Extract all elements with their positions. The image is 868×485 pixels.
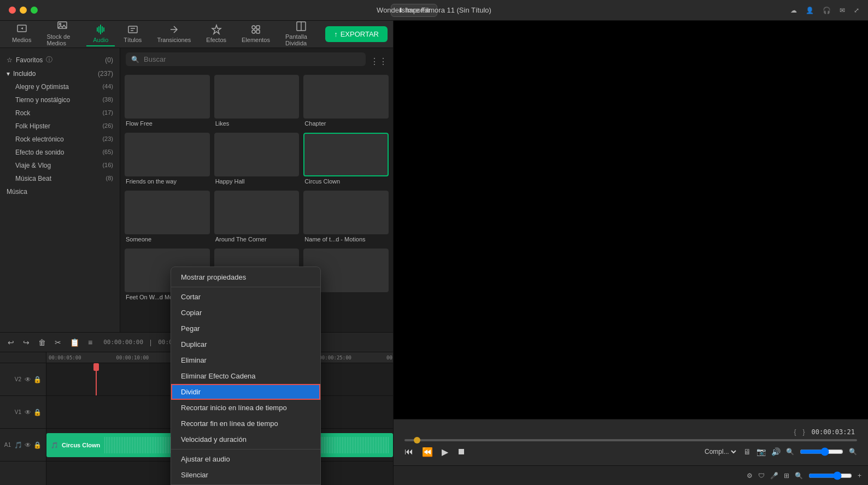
cloud-icon[interactable]: ☁	[790, 7, 797, 14]
zoom-slider[interactable]	[800, 447, 843, 456]
sidebar-item-efecto-de-sonido[interactable]: Efecto de sonido(65)	[0, 146, 120, 159]
list-icon[interactable]: ≡	[86, 337, 95, 348]
grid-item-6[interactable]: Someone	[125, 191, 210, 244]
grid-item-label-0: Flow Free	[125, 119, 210, 128]
track-label-v1: V1 👁 🔒	[0, 396, 46, 429]
ctx-eliminar-efecto[interactable]: Eliminar Efecto Cadena	[171, 368, 320, 384]
expand-icon[interactable]: ⤢	[854, 7, 859, 14]
main-layout: Medios Stock de Medios Audio Títulos Tra…	[0, 21, 868, 485]
user-icon[interactable]: 👤	[806, 7, 814, 14]
grid-item-2[interactable]: Chapter	[303, 75, 389, 128]
music-icon[interactable]: 🎵	[14, 441, 22, 449]
bracket-right-icon: }	[803, 428, 805, 436]
ctx-recortar-inicio[interactable]: Recortar inicio en línea de tiempo	[171, 400, 320, 416]
sidebar-item-música-beat[interactable]: Música Beat(8)	[0, 172, 120, 185]
zoom-minus-tl[interactable]: 🔍	[795, 472, 803, 480]
toolbar-titulos[interactable]: Títulos	[117, 22, 148, 46]
playback-controls: ⏮ ⏪ ▶ ⏹	[404, 447, 466, 457]
mail-icon[interactable]: ✉	[840, 7, 845, 14]
shield-icon[interactable]: 🛡	[758, 472, 765, 480]
grid-item-5[interactable]: Circus Clown	[303, 133, 389, 186]
cut-icon[interactable]: ✂	[52, 337, 63, 348]
toolbar-pantalla[interactable]: Pantalla Dividida	[279, 19, 323, 50]
toolbar-audio[interactable]: Audio	[86, 22, 115, 46]
skip-back-icon[interactable]: ⏮	[404, 447, 413, 457]
ctx-ajustar-audio[interactable]: Ajustar el audio	[171, 451, 320, 467]
sidebar-musica: Música	[0, 185, 120, 198]
clip-label: Circus Clown	[62, 442, 100, 448]
ctx-dividir[interactable]: Dividir	[171, 384, 320, 400]
grid-item-label-7: Around The Corner	[214, 234, 300, 244]
camera-icon[interactable]: 📷	[756, 447, 766, 456]
thumb-3	[125, 133, 210, 176]
ctx-recortar-fin[interactable]: Recortar fin en línea de tiempo	[171, 416, 320, 431]
sidebar-item-rock[interactable]: Rock(17)	[0, 107, 120, 120]
sidebar-item-folk-hipster[interactable]: Folk Hipster(26)	[0, 120, 120, 133]
time-display: 00:00:03:21	[812, 428, 855, 436]
copy-icon[interactable]: 📋	[68, 337, 81, 348]
sidebar-favorites[interactable]: ☆ Favoritos ⓘ (0)	[0, 52, 120, 67]
minimize-button[interactable]	[20, 7, 27, 14]
svg-rect-6	[256, 26, 260, 29]
play-icon[interactable]: ▶	[442, 447, 448, 457]
tl-zoom-slider[interactable]	[808, 471, 852, 480]
grid-item-8[interactable]: Name of t...d - Motions	[303, 191, 389, 244]
step-back-icon[interactable]: ⏪	[422, 447, 433, 457]
lock-icon-a1[interactable]: 🔒	[33, 441, 42, 449]
preview-slider[interactable]	[404, 439, 857, 441]
grid-item-4[interactable]: Happy Hall	[214, 133, 300, 186]
grid-options-icon[interactable]: ⋮⋮	[370, 56, 388, 67]
track-labels: V2 👁 🔒 V1 👁 🔒 A1	[0, 352, 46, 485]
sidebar-item-tierno-y-nostálgico[interactable]: Tierno y nostálgico(38)	[0, 93, 120, 107]
close-button[interactable]	[9, 7, 16, 14]
zoom-out-icon[interactable]: 🔍	[786, 448, 794, 456]
ctx-duplicar[interactable]: Duplicar	[171, 336, 320, 352]
toolbar-efectos[interactable]: Efectos	[200, 22, 233, 46]
sidebar-included[interactable]: ▾ Incluido (237)	[0, 67, 120, 80]
app-title: Wondershare Filmora 11 (Sin Título)	[377, 6, 491, 14]
grid-item-1[interactable]: Likes	[214, 75, 300, 128]
ctx-eliminar[interactable]: Eliminar	[171, 352, 320, 368]
sidebar-item-rock-electrónico[interactable]: Rock electrónico(23)	[0, 133, 120, 146]
ctx-pegar[interactable]: Pegar	[171, 321, 320, 336]
ctx-copiar[interactable]: Copiar	[171, 305, 320, 321]
redo-icon[interactable]: ↪	[21, 337, 32, 348]
export-button[interactable]: ↑ EXPORTAR	[325, 26, 388, 42]
grid-item-3[interactable]: Friends on the way	[125, 133, 210, 186]
layers-icon[interactable]: ⊞	[784, 472, 789, 480]
zoom-plus-tl[interactable]: +	[858, 472, 861, 480]
quality-select[interactable]: Compl...	[702, 447, 738, 456]
ctx-velocidad[interactable]: Velocidad y duración	[171, 431, 320, 447]
lock-icon[interactable]: 🔒	[33, 376, 42, 383]
eye-icon-a1[interactable]: 👁	[25, 441, 31, 449]
maximize-button[interactable]	[31, 7, 38, 14]
settings-icon[interactable]: ⚙	[747, 472, 753, 480]
zoom-in-icon[interactable]: 🔍	[849, 448, 857, 456]
stop-icon[interactable]: ⏹	[457, 447, 466, 457]
toolbar-stock[interactable]: Stock de Medios	[40, 19, 84, 50]
undo-icon[interactable]: ↩	[5, 337, 16, 348]
ctx-silenciar[interactable]: Silenciar	[171, 467, 320, 483]
sidebar-item-viaje-&-vlog[interactable]: Viaje & Vlog(16)	[0, 159, 120, 172]
ctx-mostrar-propiedades[interactable]: Mostrar propiedades	[171, 269, 320, 285]
lock-icon-v1[interactable]: 🔒	[33, 409, 42, 416]
sidebar-item-alegre-y-optimista[interactable]: Alegre y Optimista(44)	[0, 80, 120, 93]
volume-icon[interactable]: 🔊	[771, 447, 781, 456]
mic-icon[interactable]: 🎤	[770, 472, 778, 480]
delete-icon[interactable]: 🗑	[36, 337, 48, 348]
toolbar-transiciones[interactable]: Transiciones	[150, 22, 197, 46]
monitor-icon[interactable]: 🖥	[743, 447, 751, 456]
headphones-icon[interactable]: 🎧	[823, 7, 831, 14]
eye-icon[interactable]: 👁	[25, 376, 31, 383]
toolbar-medios[interactable]: Medios	[5, 22, 38, 46]
thumb-8	[303, 191, 389, 234]
thumb-6	[125, 191, 210, 234]
search-input[interactable]	[144, 55, 360, 63]
eye-icon-v1[interactable]: 👁	[25, 409, 31, 416]
ctx-cortar[interactable]: Cortar	[171, 289, 320, 305]
svg-rect-3	[128, 26, 137, 33]
grid-item-7[interactable]: Around The Corner	[214, 191, 300, 244]
toolbar-elementos[interactable]: Elementos	[235, 22, 277, 46]
grid-item-0[interactable]: Flow Free	[125, 75, 210, 128]
ctx-divider-1	[171, 287, 320, 287]
